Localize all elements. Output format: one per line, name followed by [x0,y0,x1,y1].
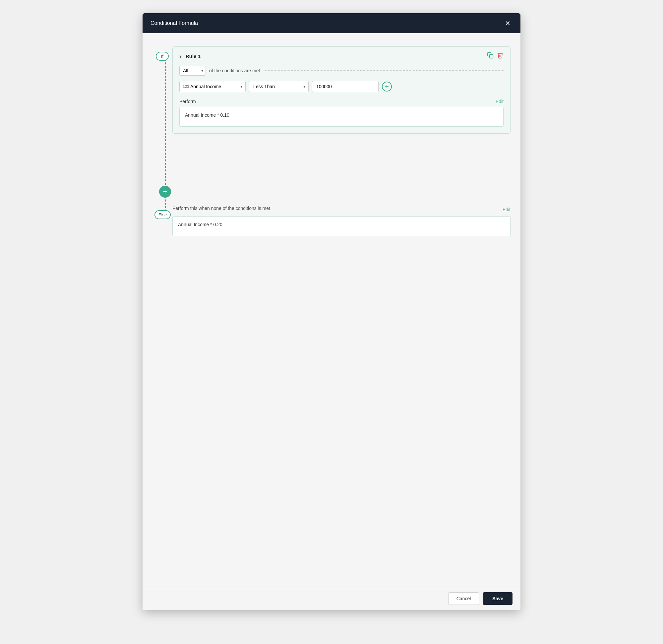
else-perform-box: Annual Income * 0.20 [173,216,510,236]
operator-select[interactable]: Less Than Greater Than Equal To Not Equa… [249,81,308,92]
condition-dots [265,70,504,71]
cancel-button[interactable]: Cancel [448,592,479,605]
modal-body: If ▾ Rule 1 [142,33,521,332]
rule-header-actions [487,52,504,60]
modal-title: Conditional Formula [151,20,198,26]
field-select-wrapper: 123 Annual Income Net Income Gross Incom… [179,81,246,92]
trash-icon [497,52,504,59]
copy-icon [487,52,494,59]
operator-select-wrapper: Less Than Greater Than Equal To Not Equa… [249,81,308,92]
add-condition-button[interactable]: + [382,82,392,91]
field-row: 123 Annual Income Net Income Gross Incom… [179,81,504,92]
delete-rule-button[interactable] [497,52,504,60]
rule-title: Rule 1 [186,53,201,59]
conditional-formula-modal: Conditional Formula ✕ If ▾ Rule 1 [142,13,521,610]
else-perform-label: Perform this when none of the conditions… [173,206,270,211]
chevron-icon[interactable]: ▾ [179,54,182,59]
modal-header: Conditional Formula ✕ [142,13,521,33]
perform-label: Perform [179,99,196,104]
rule-card-body: All Any None of the conditions are met 1… [173,66,510,133]
copy-rule-button[interactable] [487,52,494,60]
perform-edit-link[interactable]: Edit [496,99,504,104]
condition-header: All Any None of the conditions are met [179,66,504,75]
perform-box: Annual Income * 0.10 [179,107,504,127]
else-section: Perform this when none of the conditions… [153,206,510,236]
condition-text: of the conditions are met [209,68,260,73]
rule-card-header: ▾ Rule 1 [173,47,510,66]
else-edit-link[interactable]: Edit [503,207,510,212]
if-else-container: If ▾ Rule 1 [153,46,510,134]
svg-rect-0 [489,55,493,58]
save-button[interactable]: Save [483,592,512,605]
if-badge: If [156,52,169,61]
perform-header: Perform Edit [179,99,504,104]
else-header: Perform this when none of the conditions… [173,206,510,214]
add-rule-button[interactable]: + [159,186,171,198]
close-button[interactable]: ✕ [503,19,512,27]
all-select[interactable]: All Any None [179,66,206,75]
condition-value-input[interactable] [312,81,379,92]
body-spacer [142,332,521,610]
rule-card: ▾ Rule 1 [173,46,510,134]
rule-header-left: ▾ Rule 1 [179,53,201,59]
all-select-wrapper: All Any None [179,66,206,75]
modal-footer: Cancel Save [142,586,521,610]
field-select[interactable]: Annual Income Net Income Gross Income [179,81,246,92]
else-badge: Else [155,210,171,219]
